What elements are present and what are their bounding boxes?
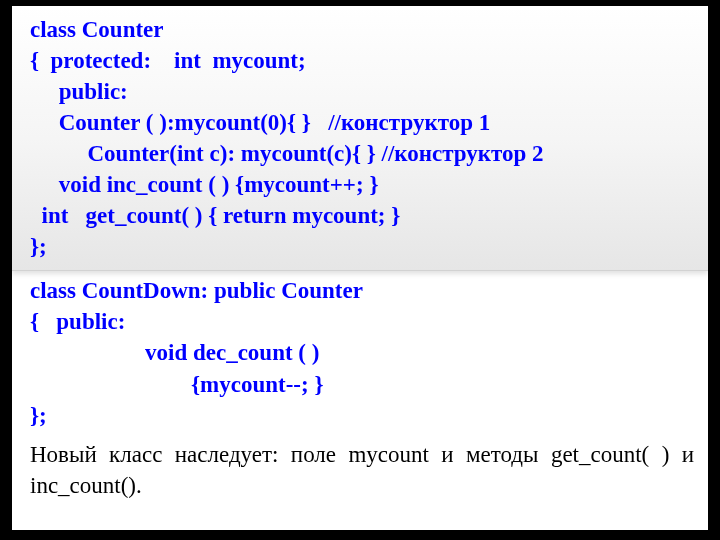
code-block-countdown: class CountDown: public Counter { public…	[12, 271, 708, 438]
code-line: int get_count( ) { return mycount; }	[30, 200, 696, 231]
description-paragraph: Новый класс наследует: поле mycount и ме…	[12, 439, 708, 501]
code-line: };	[30, 231, 696, 262]
slide: class Counter { protected: int mycount; …	[12, 6, 708, 530]
code-line: Counter(int c): mycount(c){ } //конструк…	[30, 138, 696, 169]
code-line: class Counter	[30, 14, 696, 45]
code-line: class CountDown: public Counter	[30, 275, 696, 306]
code-line: public:	[30, 76, 696, 107]
code-line: Counter ( ):mycount(0){ } //конструктор …	[30, 107, 696, 138]
code-block-counter: class Counter { protected: int mycount; …	[12, 6, 708, 271]
code-line: {mycount--; }	[30, 369, 696, 400]
code-line: void dec_count ( )	[30, 337, 696, 368]
code-line: };	[30, 400, 696, 431]
code-line: { protected: int mycount;	[30, 45, 696, 76]
code-line: { public:	[30, 306, 696, 337]
code-line: void inc_count ( ) {mycount++; }	[30, 169, 696, 200]
